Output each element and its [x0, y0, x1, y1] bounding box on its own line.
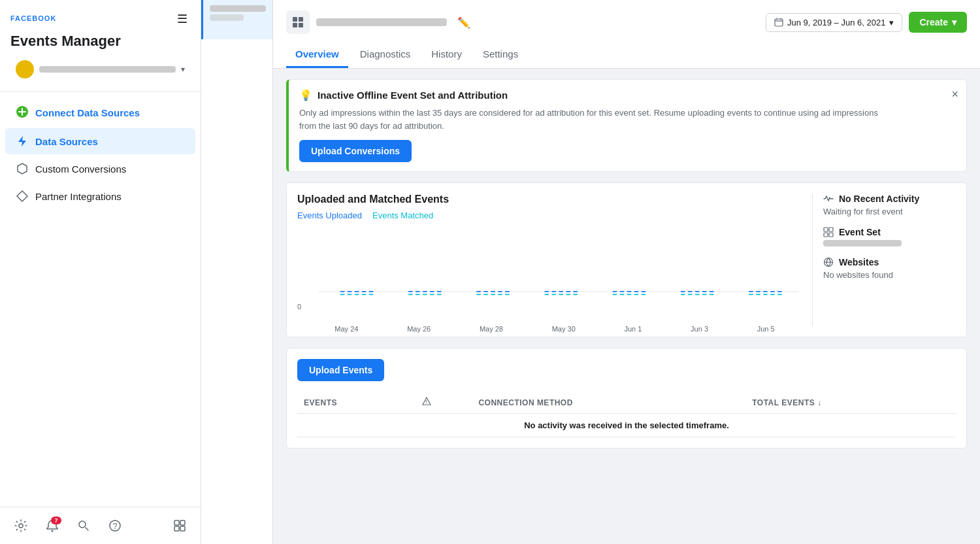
- alert-message: Only ad impressions within the last 35 d…: [299, 107, 887, 132]
- svg-rect-17: [775, 19, 783, 26]
- edit-icon[interactable]: ✏️: [457, 16, 470, 29]
- event-set-label: Event Set: [839, 227, 881, 237]
- panel-strip-item[interactable]: [201, 0, 272, 39]
- svg-rect-13: [293, 17, 297, 22]
- info-event-set-header: Event Set: [823, 227, 956, 237]
- lightning-icon: [16, 135, 29, 148]
- sidebar-item-connect-data-sources[interactable]: Connect Data Sources: [5, 99, 195, 127]
- upload-events-button[interactable]: Upload Events: [297, 359, 384, 381]
- search-icon[interactable]: [73, 515, 94, 536]
- hexagon-icon: [16, 162, 29, 175]
- svg-rect-35: [824, 233, 828, 237]
- create-chevron-icon: ▾: [952, 17, 956, 27]
- sidebar-nav: Connect Data Sources Data Sources Custom…: [0, 92, 201, 507]
- sidebar-item-partner-integrations[interactable]: Partner Integrations: [5, 183, 195, 209]
- upload-section: Upload Events Events ! Connection Method…: [286, 348, 967, 449]
- svg-point-5: [52, 530, 54, 532]
- info-event-set: Event Set: [823, 227, 956, 246]
- warning-icon: !: [422, 397, 431, 406]
- diamond-icon: [16, 190, 29, 203]
- pixel-name: [316, 18, 447, 26]
- no-recent-activity-label: No Recent Activity: [839, 194, 919, 204]
- chart-container: 0: [297, 228, 799, 326]
- svg-rect-11: [174, 526, 179, 531]
- svg-marker-2: [18, 163, 27, 174]
- globe-icon: [823, 257, 834, 267]
- upload-conversions-button[interactable]: Upload Conversions: [299, 140, 412, 162]
- chart-svg: [297, 235, 799, 320]
- chart-area: Uploaded and Matched Events Events Uploa…: [297, 194, 799, 326]
- svg-rect-34: [829, 228, 833, 231]
- svg-rect-36: [829, 233, 833, 237]
- sidebar-item-data-sources[interactable]: Data Sources: [5, 128, 195, 154]
- header-right: Jun 9, 2019 – Jun 6, 2021 ▾ Create ▾: [766, 12, 967, 33]
- help-icon[interactable]: ?: [105, 515, 125, 536]
- event-set-value: [823, 240, 902, 246]
- col-events: Events: [297, 392, 416, 414]
- panel-strip: [201, 0, 273, 544]
- svg-point-6: [79, 521, 86, 528]
- x-label-6: Jun 5: [757, 325, 775, 333]
- sidebar-item-label: Data Sources: [35, 136, 98, 147]
- info-websites-header: Websites: [823, 257, 956, 267]
- x-label-3: May 30: [552, 325, 576, 333]
- sidebar-header: FACEBOOK ☰ Events Manager ▾: [0, 0, 201, 92]
- svg-rect-9: [174, 520, 179, 525]
- facebook-logo: FACEBOOK: [10, 14, 56, 22]
- alert-close-button[interactable]: ×: [951, 88, 958, 101]
- svg-text:!: !: [425, 400, 427, 404]
- settings-icon[interactable]: [10, 515, 31, 536]
- content-body: × 💡 Inactive Offline Event Set and Attri…: [273, 69, 980, 459]
- x-label-2: May 28: [480, 325, 503, 333]
- plus-circle-icon: [16, 105, 29, 120]
- tab-overview[interactable]: Overview: [286, 42, 348, 68]
- notifications-icon[interactable]: 7: [42, 515, 63, 536]
- alert-banner: × 💡 Inactive Offline Event Set and Attri…: [286, 79, 967, 172]
- sidebar-item-custom-conversions[interactable]: Custom Conversions: [5, 156, 195, 182]
- pixel-name-row: ✏️: [286, 10, 470, 34]
- tab-history[interactable]: History: [422, 42, 471, 68]
- hamburger-menu[interactable]: ☰: [174, 9, 190, 29]
- events-section: Uploaded and Matched Events Events Uploa…: [286, 182, 967, 337]
- strip-blur: [210, 5, 266, 12]
- table-header: Events ! Connection Method Total Events …: [297, 392, 956, 414]
- pixel-header: ✏️ Jun 9, 2019 – Jun 6, 2021 ▾ Create ▾: [273, 0, 980, 69]
- col-warning: !: [416, 392, 472, 414]
- websites-label: Websites: [839, 257, 879, 267]
- col-connection-method: Connection Method: [472, 392, 745, 414]
- sidebar-item-label: Partner Integrations: [35, 191, 122, 202]
- x-label-1: May 26: [407, 325, 431, 333]
- chevron-down-icon: ▾: [181, 65, 185, 74]
- svg-point-4: [19, 524, 23, 528]
- side-info: No Recent Activity Waiting for first eve…: [812, 194, 956, 326]
- page-title: Events Manager: [10, 33, 190, 50]
- info-activity-header: No Recent Activity: [823, 194, 956, 204]
- x-label-4: Jun 1: [624, 325, 642, 333]
- svg-rect-33: [824, 228, 828, 231]
- pages-icon[interactable]: [169, 515, 190, 536]
- date-range-label: Jun 9, 2019 – Jun 6, 2021: [787, 18, 885, 27]
- create-button[interactable]: Create ▾: [909, 12, 967, 33]
- calendar-icon: [774, 18, 783, 27]
- legend-events-matched[interactable]: Events Matched: [372, 211, 433, 220]
- svg-rect-10: [180, 520, 185, 525]
- activity-icon: [823, 194, 834, 204]
- account-selector[interactable]: ▾: [10, 56, 190, 82]
- x-label-0: May 24: [335, 325, 358, 333]
- avatar: [16, 60, 34, 78]
- x-label-5: Jun 3: [691, 325, 708, 333]
- right-panel: ✏️ Jun 9, 2019 – Jun 6, 2021 ▾ Create ▾: [273, 0, 980, 544]
- tab-diagnostics[interactable]: Diagnostics: [351, 42, 420, 68]
- strip-blur-2: [210, 14, 244, 21]
- legend-events-uploaded[interactable]: Events Uploaded: [297, 211, 362, 220]
- col-total-events: Total Events ↓: [745, 392, 956, 414]
- svg-text:?: ?: [113, 522, 118, 531]
- date-range-picker[interactable]: Jun 9, 2019 – Jun 6, 2021 ▾: [766, 13, 902, 32]
- svg-rect-12: [180, 526, 185, 531]
- chart-title: Uploaded and Matched Events: [297, 194, 799, 205]
- tab-settings[interactable]: Settings: [474, 42, 527, 68]
- no-activity-message: No activity was received in the selected…: [297, 414, 956, 437]
- info-activity: No Recent Activity Waiting for first eve…: [823, 194, 956, 216]
- account-name: [39, 66, 176, 73]
- create-button-label: Create: [919, 17, 948, 27]
